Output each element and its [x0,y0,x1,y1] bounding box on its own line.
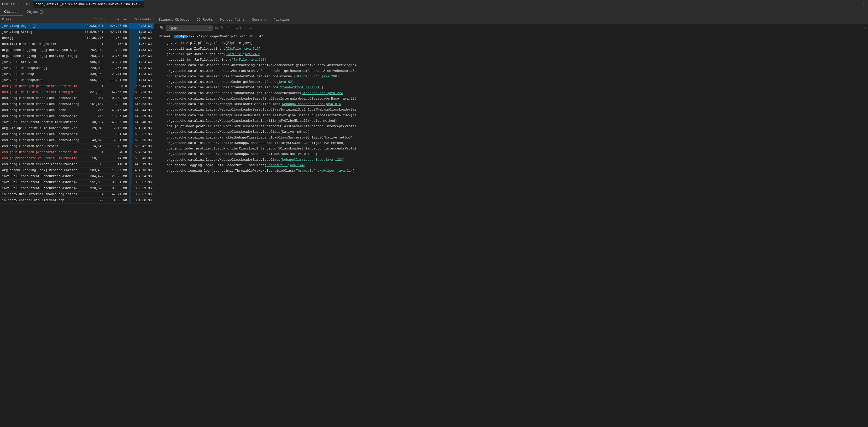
right-tabs: Biggest Objects GC Roots Merged Paths Su… [154,16,868,24]
table-row[interactable]: com.google.common.base.Present74,5451.79… [0,143,154,149]
search-input-wrap: ✕ [165,25,213,31]
search-regex-btn[interactable]: .* [225,26,230,30]
search-case-sensitive-btn[interactable]: Cc [214,26,219,30]
stack-line-link[interactable]: StandardRoot.java:215 [280,86,321,89]
stack-line-link[interactable]: ThrowableProxyHelper.java:214 [296,169,353,173]
tab-biggest-objects[interactable]: Biggest Objects [155,16,193,24]
stack-line-link[interactable]: ZipFile.java:316 [227,47,259,51]
search-expand-icon[interactable]: › [156,26,158,30]
file-tab-close[interactable]: ✕ [139,3,141,6]
tab-merged-paths[interactable]: Merged Paths [216,16,248,24]
tab-packages[interactable]: Packages [270,16,293,24]
search-prev-btn[interactable]: ↑ [244,26,246,30]
td-shallow: 8.39 MB [105,47,129,53]
td-count: 339,152 [82,72,105,77]
col-header-class[interactable]: Class [0,16,82,23]
stack-line: org.apache.catalina.loader.ParallelWebap… [158,151,864,157]
table-row[interactable]: java.util.concurrent.ConcurrentHashMap30… [0,173,154,179]
stack-line: org.apache.catalina.loader.WebappClassLo… [158,118,864,124]
table-row[interactable]: com.jd.preseparate.vo.SpecialLimitConfig… [0,155,154,162]
td-shallow: 420.71 MB [105,29,129,35]
table-row[interactable]: com.google.common.cache.LocalCache$Segme… [0,95,154,102]
td-class: org.kie.api.runtime.rule.ConsequenceExce… [0,125,82,131]
td-shallow: 29.22 MB [105,173,129,179]
td-shallow: 36.82 MB [105,186,129,191]
table-row[interactable]: java.util.HashMap$Node[]220,09073.57 MB1… [0,65,154,72]
tab-object[interactable]: Object[] [23,8,47,16]
td-class: com.google.common.cache.LocalCache$Stron… [0,138,82,143]
table-row[interactable]: com.jd.bluedragon.preseparate.service.im… [0,83,154,89]
search-nav: 1/1 ↑ ↓ ⊞ ⋯ [236,26,255,30]
table-row[interactable]: java.util.HashMap$Node2,955,128118.21 MB… [0,77,154,83]
search-word-btn[interactable]: W [221,26,224,30]
title-bar-menu-icon[interactable]: ⋮ [862,2,866,7]
td-class: org.apache.logging.log4j.core.impl.Log4j… [0,53,82,59]
stack-line: org.apache.catalina.loader.ParallelWebap… [158,135,864,141]
table-row[interactable]: com.google.common.collect.Lists$Transfor… [0,162,154,168]
stack-line-link[interactable]: JarFile.java:223 [233,58,265,62]
col-header-count[interactable]: Count [82,16,105,23]
table-row[interactable]: com.google.common.cache.LocalCache$Stron… [0,102,154,107]
search-next-btn[interactable]: ↓ [247,26,249,30]
table-row[interactable]: com.google.common.cache.LocalCache$Local… [0,132,154,138]
td-class: org.apache.logging.log4j.message.Paramet… [0,168,82,173]
table-row[interactable]: java.util.ArrayList995,00831.84 MB1.24 G… [0,59,154,65]
table-row[interactable]: java.lang.Object[]2,033,021424.95 MB3.83… [0,23,154,29]
search-filter-btn[interactable]: ⊞ [250,26,252,30]
table-row[interactable]: io.netty.util.internal.shaded.org.jctool… [0,192,154,198]
td-retained: 666.72 MB [129,95,154,101]
td-shallow: 38.53 MB [105,53,129,59]
table-row[interactable]: io.netty.channel.nio.NioEventLoop224.93 … [0,198,154,204]
tab-gc-roots[interactable]: GC Roots [193,16,216,24]
td-count: 30,994 [82,119,105,125]
table-row[interactable]: org.apache.logging.log4j.message.Paramet… [0,168,154,173]
table-row[interactable]: com.google.common.cache.LocalCache$Stron… [0,138,154,143]
td-shallow: 743.86 kB [105,119,129,125]
table-row[interactable]: char[]21,135,7762.62 GB1.68 GB [0,35,154,41]
file-tab-label: jmap_20231215_077839ac-bbe0-42f1-a8ee-90… [36,3,137,6]
col-header-retained[interactable]: Retained ↓ [129,16,154,23]
table-row[interactable]: java.lang.String17,529,431420.71 MB1.98 … [0,29,154,35]
table-row[interactable]: com.google.common.cache.LocalCache$Segme… [0,113,154,119]
td-shallow: 103.68 KB [105,95,129,101]
nav-home[interactable]: Home [22,2,30,6]
tab-classes[interactable]: Classes [0,8,23,16]
main-tabs: Classes Object[] [0,8,868,16]
table-row[interactable]: org.apache.logging.log4j.core.impl.Log4j… [0,53,154,59]
search-close-btn[interactable]: ✕ [863,25,866,31]
search-result-count: 1/1 [236,26,243,30]
table-row[interactable]: com.jd.ql.basic.dts.BaseCtaffOltcOrgDts8… [0,89,154,95]
table-row[interactable]: java.util.concurrent.ConcurrentHashMap$N… [0,179,154,186]
table-row[interactable]: org.apache.logging.log4j.core.async.Asyn… [0,47,154,53]
td-retained: 640.48 MB [129,119,154,125]
td-retained: 503.43 MB [129,155,154,161]
table-body: java.lang.Object[]2,033,021424.95 MB3.83… [0,23,154,427]
table-row[interactable]: java.util.concurrent.ConcurrentHashMap$N… [0,186,154,192]
td-retained: 366.87 MB [129,179,154,185]
stack-line-link[interactable]: Cache.java:62 [267,80,292,84]
tab-summary[interactable]: Summary [248,16,270,24]
stack-line-link[interactable]: StandardRoot.java:280 [296,75,337,78]
table-row[interactable]: com.jd.bluedragon.preseparate.service.im… [0,149,154,155]
table-row[interactable]: com.google.common.cache.LocalCache21641.… [0,107,154,113]
stack-line-link[interactable]: WebappClassLoaderBase.java:876 [282,103,341,106]
active-file-tab[interactable]: jmap_20231215_077839ac-bbe0-42f1-a8ee-90… [33,0,144,8]
search-more-btn[interactable]: ⋯ [253,26,255,30]
stack-line-link[interactable]: LoaderUtil.java:144 [267,164,304,167]
td-class: com.jd.bluedragon.preseparate.service.im… [0,83,82,89]
stack-line-link[interactable]: JarFile.java:240 [227,53,259,56]
td-count: 920,578 [82,186,105,191]
search-input[interactable] [167,26,208,30]
table-row[interactable]: org.kie.api.runtime.rule.ConsequenceExce… [0,125,154,132]
col-header-shallow[interactable]: Shallow [105,16,129,23]
stack-line-link[interactable]: StandardRoot.java:224 [302,91,343,95]
table-row[interactable]: java.util.concurrent.atomic.AtomicRefere… [0,119,154,125]
td-retained: 830.33 MB [129,89,154,95]
search-clear-icon[interactable]: ✕ [209,26,211,30]
stack-line-link[interactable]: WebappClassLoaderBase.java:1223 [282,158,343,162]
td-class: com.google.common.base.Present [0,143,82,149]
table-row[interactable]: com.lmax.disruptor.RingBuffer1152 B1.61 … [0,41,154,47]
table-row[interactable]: java.util.HashMap339,15221.71 MB1.23 GB [0,72,154,77]
td-shallow: 10.37 KB [105,113,129,119]
td-retained: 1.61 GB [129,41,154,47]
